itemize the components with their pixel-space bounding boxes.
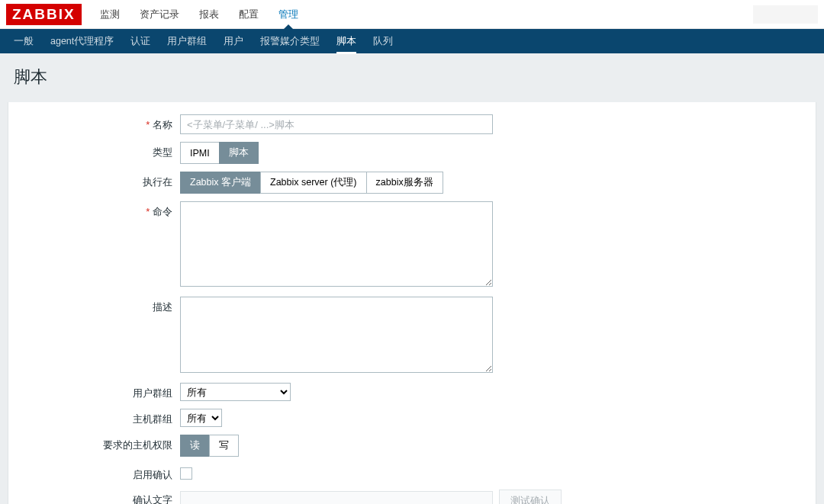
name-input[interactable] xyxy=(180,114,493,134)
confirm-text-label: 确认文字 xyxy=(8,490,180,504)
main-nav: 监测 资产记录 报表 配置 管理 xyxy=(91,1,307,28)
nav-admin[interactable]: 管理 xyxy=(269,1,307,28)
enable-confirm-label: 启用确认 xyxy=(8,464,180,482)
sub-nav: 一般 agent代理程序 认证 用户群组 用户 报警媒介类型 脚本 队列 xyxy=(0,29,824,53)
host-perm-segmented: 读 写 xyxy=(180,435,239,457)
title-bar: 脚本 xyxy=(0,53,824,102)
nav-config[interactable]: 配置 xyxy=(230,1,268,28)
exec-opt-server[interactable]: zabbix服务器 xyxy=(366,172,443,194)
subnav-scripts[interactable]: 脚本 xyxy=(329,29,364,54)
perm-write[interactable]: 写 xyxy=(209,435,239,457)
confirm-text-input xyxy=(180,491,493,504)
form-panel: 名称 类型 IPMI 脚本 执行在 Zabbix 客户端 Zabbix serv… xyxy=(8,102,816,504)
user-group-select[interactable]: 所有 xyxy=(180,383,291,401)
nav-monitor[interactable]: 监测 xyxy=(91,1,129,28)
subnav-user-groups[interactable]: 用户群组 xyxy=(159,29,214,54)
type-opt-ipmi[interactable]: IPMI xyxy=(180,142,220,164)
description-label: 描述 xyxy=(8,297,180,314)
type-label: 类型 xyxy=(8,142,180,159)
subnav-agents[interactable]: agent代理程序 xyxy=(43,29,121,54)
page-title: 脚本 xyxy=(14,66,810,88)
nav-reports[interactable]: 报表 xyxy=(190,1,228,28)
host-group-label: 主机群组 xyxy=(8,409,180,426)
type-segmented: IPMI 脚本 xyxy=(180,142,259,164)
test-confirm-button: 测试确认 xyxy=(499,490,562,504)
perm-read[interactable]: 读 xyxy=(180,435,210,457)
host-group-select[interactable]: 所有 xyxy=(180,409,222,427)
subnav-auth[interactable]: 认证 xyxy=(123,29,158,54)
subnav-queue[interactable]: 队列 xyxy=(365,29,401,54)
subnav-users[interactable]: 用户 xyxy=(216,29,251,54)
type-opt-script[interactable]: 脚本 xyxy=(219,142,259,164)
exec-opt-agent[interactable]: Zabbix 客户端 xyxy=(180,172,261,194)
execute-on-segmented: Zabbix 客户端 Zabbix server (代理) zabbix服务器 xyxy=(180,172,443,194)
topbar: ZABBIX 监测 资产记录 报表 配置 管理 xyxy=(0,0,824,29)
exec-opt-proxy[interactable]: Zabbix server (代理) xyxy=(260,172,367,194)
description-textarea[interactable] xyxy=(180,297,493,373)
commands-textarea[interactable] xyxy=(180,201,493,287)
nav-inventory[interactable]: 资产记录 xyxy=(130,1,188,28)
logo[interactable]: ZABBIX xyxy=(6,4,82,25)
subnav-media-types[interactable]: 报警媒介类型 xyxy=(253,29,327,54)
subnav-general[interactable]: 一般 xyxy=(6,29,41,54)
global-search[interactable] xyxy=(753,5,818,24)
commands-label: 命令 xyxy=(8,201,180,219)
enable-confirm-checkbox[interactable] xyxy=(180,467,192,480)
name-label: 名称 xyxy=(8,114,180,132)
user-group-label: 用户群组 xyxy=(8,383,180,400)
host-perm-label: 要求的主机权限 xyxy=(8,435,180,452)
execute-on-label: 执行在 xyxy=(8,172,180,189)
